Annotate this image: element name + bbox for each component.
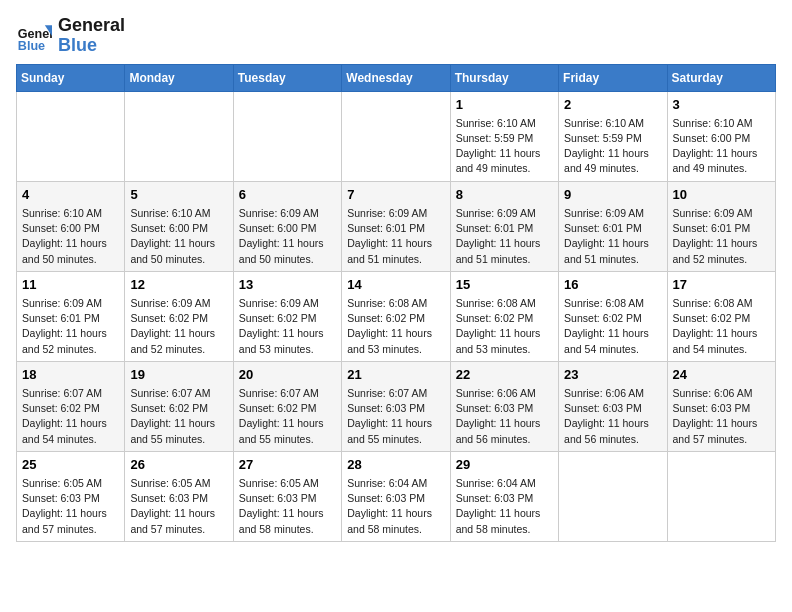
day-info: Sunrise: 6:09 AM Sunset: 6:01 PM Dayligh… — [564, 206, 661, 267]
day-info: Sunrise: 6:10 AM Sunset: 5:59 PM Dayligh… — [564, 116, 661, 177]
day-number: 27 — [239, 456, 336, 474]
day-number: 3 — [673, 96, 770, 114]
calendar-cell: 15Sunrise: 6:08 AM Sunset: 6:02 PM Dayli… — [450, 271, 558, 361]
calendar-cell: 22Sunrise: 6:06 AM Sunset: 6:03 PM Dayli… — [450, 361, 558, 451]
calendar-week-row: 25Sunrise: 6:05 AM Sunset: 6:03 PM Dayli… — [17, 451, 776, 541]
calendar-cell: 12Sunrise: 6:09 AM Sunset: 6:02 PM Dayli… — [125, 271, 233, 361]
calendar-cell: 26Sunrise: 6:05 AM Sunset: 6:03 PM Dayli… — [125, 451, 233, 541]
day-number: 29 — [456, 456, 553, 474]
day-info: Sunrise: 6:05 AM Sunset: 6:03 PM Dayligh… — [22, 476, 119, 537]
calendar-table: SundayMondayTuesdayWednesdayThursdayFrid… — [16, 64, 776, 542]
day-info: Sunrise: 6:06 AM Sunset: 6:03 PM Dayligh… — [673, 386, 770, 447]
calendar-cell: 4Sunrise: 6:10 AM Sunset: 6:00 PM Daylig… — [17, 181, 125, 271]
day-info: Sunrise: 6:09 AM Sunset: 6:02 PM Dayligh… — [239, 296, 336, 357]
calendar-cell — [559, 451, 667, 541]
calendar-cell: 8Sunrise: 6:09 AM Sunset: 6:01 PM Daylig… — [450, 181, 558, 271]
svg-text:Blue: Blue — [18, 39, 45, 53]
weekday-header: Friday — [559, 64, 667, 91]
day-info: Sunrise: 6:08 AM Sunset: 6:02 PM Dayligh… — [564, 296, 661, 357]
calendar-cell: 20Sunrise: 6:07 AM Sunset: 6:02 PM Dayli… — [233, 361, 341, 451]
calendar-week-row: 18Sunrise: 6:07 AM Sunset: 6:02 PM Dayli… — [17, 361, 776, 451]
calendar-cell: 25Sunrise: 6:05 AM Sunset: 6:03 PM Dayli… — [17, 451, 125, 541]
day-info: Sunrise: 6:10 AM Sunset: 6:00 PM Dayligh… — [22, 206, 119, 267]
day-info: Sunrise: 6:09 AM Sunset: 6:01 PM Dayligh… — [347, 206, 444, 267]
day-number: 4 — [22, 186, 119, 204]
calendar-cell: 24Sunrise: 6:06 AM Sunset: 6:03 PM Dayli… — [667, 361, 775, 451]
day-number: 7 — [347, 186, 444, 204]
weekday-header: Monday — [125, 64, 233, 91]
day-number: 13 — [239, 276, 336, 294]
calendar-cell: 14Sunrise: 6:08 AM Sunset: 6:02 PM Dayli… — [342, 271, 450, 361]
day-number: 12 — [130, 276, 227, 294]
logo-text: GeneralBlue — [58, 16, 125, 56]
day-number: 24 — [673, 366, 770, 384]
calendar-cell: 19Sunrise: 6:07 AM Sunset: 6:02 PM Dayli… — [125, 361, 233, 451]
calendar-cell: 29Sunrise: 6:04 AM Sunset: 6:03 PM Dayli… — [450, 451, 558, 541]
day-info: Sunrise: 6:05 AM Sunset: 6:03 PM Dayligh… — [239, 476, 336, 537]
calendar-cell: 5Sunrise: 6:10 AM Sunset: 6:00 PM Daylig… — [125, 181, 233, 271]
day-number: 22 — [456, 366, 553, 384]
day-info: Sunrise: 6:07 AM Sunset: 6:02 PM Dayligh… — [239, 386, 336, 447]
day-info: Sunrise: 6:08 AM Sunset: 6:02 PM Dayligh… — [347, 296, 444, 357]
day-number: 15 — [456, 276, 553, 294]
calendar-cell: 18Sunrise: 6:07 AM Sunset: 6:02 PM Dayli… — [17, 361, 125, 451]
day-number: 28 — [347, 456, 444, 474]
day-info: Sunrise: 6:06 AM Sunset: 6:03 PM Dayligh… — [564, 386, 661, 447]
day-info: Sunrise: 6:05 AM Sunset: 6:03 PM Dayligh… — [130, 476, 227, 537]
day-info: Sunrise: 6:09 AM Sunset: 6:00 PM Dayligh… — [239, 206, 336, 267]
weekday-header: Thursday — [450, 64, 558, 91]
day-info: Sunrise: 6:08 AM Sunset: 6:02 PM Dayligh… — [456, 296, 553, 357]
day-number: 11 — [22, 276, 119, 294]
weekday-header: Sunday — [17, 64, 125, 91]
day-number: 8 — [456, 186, 553, 204]
day-number: 5 — [130, 186, 227, 204]
day-number: 9 — [564, 186, 661, 204]
day-info: Sunrise: 6:07 AM Sunset: 6:02 PM Dayligh… — [130, 386, 227, 447]
day-info: Sunrise: 6:04 AM Sunset: 6:03 PM Dayligh… — [456, 476, 553, 537]
calendar-cell: 21Sunrise: 6:07 AM Sunset: 6:03 PM Dayli… — [342, 361, 450, 451]
calendar-cell: 7Sunrise: 6:09 AM Sunset: 6:01 PM Daylig… — [342, 181, 450, 271]
day-info: Sunrise: 6:09 AM Sunset: 6:01 PM Dayligh… — [673, 206, 770, 267]
weekday-header: Wednesday — [342, 64, 450, 91]
weekday-header: Tuesday — [233, 64, 341, 91]
calendar-cell: 28Sunrise: 6:04 AM Sunset: 6:03 PM Dayli… — [342, 451, 450, 541]
calendar-header: SundayMondayTuesdayWednesdayThursdayFrid… — [17, 64, 776, 91]
day-number: 19 — [130, 366, 227, 384]
day-number: 10 — [673, 186, 770, 204]
day-number: 6 — [239, 186, 336, 204]
calendar-cell: 9Sunrise: 6:09 AM Sunset: 6:01 PM Daylig… — [559, 181, 667, 271]
calendar-body: 1Sunrise: 6:10 AM Sunset: 5:59 PM Daylig… — [17, 91, 776, 541]
day-info: Sunrise: 6:09 AM Sunset: 6:01 PM Dayligh… — [22, 296, 119, 357]
calendar-week-row: 4Sunrise: 6:10 AM Sunset: 6:00 PM Daylig… — [17, 181, 776, 271]
day-number: 25 — [22, 456, 119, 474]
calendar-week-row: 11Sunrise: 6:09 AM Sunset: 6:01 PM Dayli… — [17, 271, 776, 361]
calendar-week-row: 1Sunrise: 6:10 AM Sunset: 5:59 PM Daylig… — [17, 91, 776, 181]
calendar-cell — [667, 451, 775, 541]
day-number: 2 — [564, 96, 661, 114]
day-info: Sunrise: 6:10 AM Sunset: 5:59 PM Dayligh… — [456, 116, 553, 177]
calendar-cell: 6Sunrise: 6:09 AM Sunset: 6:00 PM Daylig… — [233, 181, 341, 271]
calendar-cell — [342, 91, 450, 181]
calendar-cell: 13Sunrise: 6:09 AM Sunset: 6:02 PM Dayli… — [233, 271, 341, 361]
day-info: Sunrise: 6:06 AM Sunset: 6:03 PM Dayligh… — [456, 386, 553, 447]
calendar-cell: 3Sunrise: 6:10 AM Sunset: 6:00 PM Daylig… — [667, 91, 775, 181]
calendar-cell: 1Sunrise: 6:10 AM Sunset: 5:59 PM Daylig… — [450, 91, 558, 181]
day-number: 1 — [456, 96, 553, 114]
calendar-cell: 11Sunrise: 6:09 AM Sunset: 6:01 PM Dayli… — [17, 271, 125, 361]
calendar-cell — [233, 91, 341, 181]
weekday-row: SundayMondayTuesdayWednesdayThursdayFrid… — [17, 64, 776, 91]
logo-icon: General Blue — [16, 18, 52, 54]
calendar-cell — [17, 91, 125, 181]
day-info: Sunrise: 6:07 AM Sunset: 6:02 PM Dayligh… — [22, 386, 119, 447]
calendar-cell: 10Sunrise: 6:09 AM Sunset: 6:01 PM Dayli… — [667, 181, 775, 271]
calendar-cell: 17Sunrise: 6:08 AM Sunset: 6:02 PM Dayli… — [667, 271, 775, 361]
day-number: 26 — [130, 456, 227, 474]
calendar-cell: 16Sunrise: 6:08 AM Sunset: 6:02 PM Dayli… — [559, 271, 667, 361]
calendar-cell: 23Sunrise: 6:06 AM Sunset: 6:03 PM Dayli… — [559, 361, 667, 451]
day-info: Sunrise: 6:09 AM Sunset: 6:01 PM Dayligh… — [456, 206, 553, 267]
day-number: 20 — [239, 366, 336, 384]
day-number: 16 — [564, 276, 661, 294]
calendar-cell — [125, 91, 233, 181]
day-info: Sunrise: 6:04 AM Sunset: 6:03 PM Dayligh… — [347, 476, 444, 537]
day-info: Sunrise: 6:07 AM Sunset: 6:03 PM Dayligh… — [347, 386, 444, 447]
